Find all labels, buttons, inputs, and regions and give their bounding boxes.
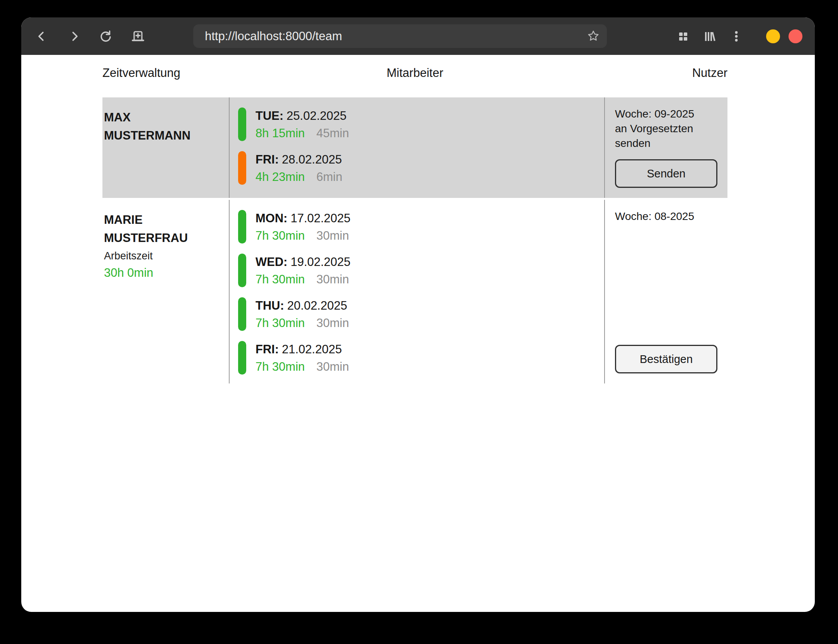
entry-worked-time: 7h 30min [255,229,305,242]
entry-date: 20.02.2025 [287,299,347,312]
entry-day: MON: [255,211,288,225]
entry-worked-time: 7h 30min [255,273,305,286]
reload-icon [99,29,112,43]
entry-date: 19.02.2025 [291,255,351,269]
employee-name-cell: MARIE MUSTERFRAU Arbeitszeit 30h 0min [102,200,229,383]
app-title-link[interactable]: Zeitverwaltung [102,66,181,80]
library-icon [703,29,717,43]
entry-date: 25.02.2025 [286,109,346,123]
url-text: http://localhost:8000/team [205,29,342,43]
entry-day: THU: [255,299,284,312]
tab-overview-button[interactable] [675,29,691,44]
library-button[interactable] [702,29,718,44]
menu-button[interactable] [729,29,744,44]
time-entry: TUE:25.02.2025 8h 15min45min [238,107,600,141]
status-bar [238,254,246,287]
page-content: Zeitverwaltung Mitarbeiter Nutzer MAX MU… [21,55,815,383]
entry-date: 17.02.2025 [291,211,351,225]
time-entry: FRI:21.02.2025 7h 30min30min [238,341,600,375]
time-entry: THU:20.02.2025 7h 30min30min [238,297,600,331]
entry-pause-time: 30min [317,316,349,330]
page-header: Zeitverwaltung Mitarbeiter Nutzer [102,66,727,80]
user-link[interactable]: Nutzer [692,66,727,80]
kebab-menu-icon [729,29,743,43]
new-tab-icon [131,29,145,43]
entry-worked-time: 8h 15min [255,126,305,140]
bestaetigen-button[interactable]: Bestätigen [615,345,717,373]
window-close-button[interactable] [789,29,802,43]
bookmark-button[interactable] [587,29,601,43]
entry-pause-time: 45min [317,126,349,140]
entry-day: TUE: [255,109,283,123]
employee-row: MAX MUSTERMANN TUE:25.02.2025 8h 15min45… [102,97,727,198]
status-bar [238,151,246,185]
chevron-right-icon [68,29,82,43]
grid-icon [676,29,690,43]
worktime-value: 30h 0min [104,266,220,280]
entry-date: 28.02.2025 [282,153,342,166]
week-note: an Vorgesetzten senden [615,121,717,151]
time-entries-cell: TUE:25.02.2025 8h 15min45min FRI:28.02.2… [229,97,605,198]
week-label: Woche: 09-2025 [615,107,717,121]
new-tab-button[interactable] [130,29,146,44]
time-entry: FRI:28.02.2025 4h 23min6min [238,151,600,185]
entry-day: WED: [255,255,288,269]
forward-button[interactable] [67,29,82,44]
back-button[interactable] [34,29,49,44]
entry-pause-time: 30min [317,273,349,286]
reload-button[interactable] [98,29,113,44]
employee-name: MARIE MUSTERFRAU [104,211,220,247]
window-minimize-button[interactable] [766,29,780,43]
entry-day: FRI: [255,153,279,166]
senden-button[interactable]: Senden [615,159,717,188]
chevron-left-icon [34,29,48,43]
time-entry: MON:17.02.2025 7h 30min30min [238,210,600,244]
employee-name-cell: MAX MUSTERMANN [102,97,229,198]
entry-pause-time: 30min [317,360,349,373]
entry-worked-time: 7h 30min [255,360,305,373]
week-action-cell: Woche: 09-2025 an Vorgesetzten senden Se… [605,97,727,198]
browser-window: http://localhost:8000/team [21,17,815,612]
week-label: Woche: 08-2025 [615,209,717,224]
entry-pause-time: 30min [317,229,349,242]
entry-worked-time: 7h 30min [255,316,305,330]
week-action-cell: Woche: 08-2025 Bestätigen [605,200,727,383]
time-entry: WED:19.02.2025 7h 30min30min [238,254,600,287]
status-bar [238,107,246,141]
status-bar [238,341,246,375]
page-title: Mitarbeiter [387,66,443,80]
entry-day: FRI: [255,342,279,356]
status-bar [238,210,246,244]
address-bar[interactable]: http://localhost:8000/team [193,24,607,48]
employee-name: MAX MUSTERMANN [104,108,220,145]
entry-date: 21.02.2025 [282,342,342,356]
entry-pause-time: 6min [317,170,342,184]
worktime-label: Arbeitszeit [104,250,220,262]
entry-worked-time: 4h 23min [255,170,305,184]
browser-toolbar: http://localhost:8000/team [21,17,815,55]
time-entries-cell: MON:17.02.2025 7h 30min30min WED:19.02.2… [229,200,605,383]
employee-row: MARIE MUSTERFRAU Arbeitszeit 30h 0min MO… [102,200,727,383]
status-bar [238,297,246,331]
